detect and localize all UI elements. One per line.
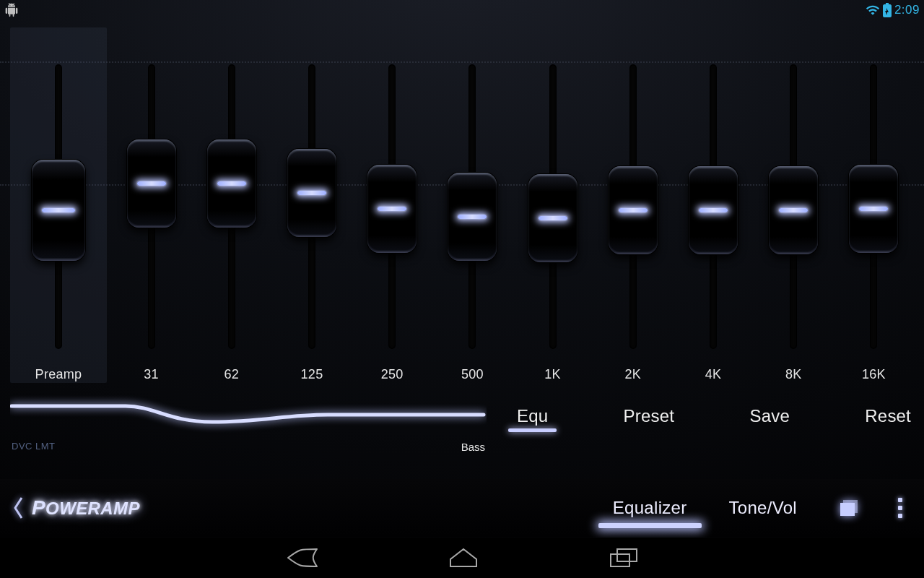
eq-band-62[interactable]: 62 <box>191 27 271 383</box>
reset-button[interactable]: Reset <box>862 406 914 426</box>
battery-charging-icon <box>883 3 892 17</box>
preset-button[interactable]: Preset <box>621 406 678 426</box>
band-label: 2K <box>625 366 642 383</box>
band-label: 62 <box>224 366 239 383</box>
android-nav-bar <box>0 538 924 578</box>
eq-band-8K[interactable]: 8K <box>754 27 834 383</box>
eq-band-16K[interactable]: 16K <box>834 27 914 383</box>
nav-back-icon[interactable] <box>285 546 318 569</box>
slider-knob[interactable] <box>769 166 818 254</box>
tab-equalizer[interactable]: Equalizer <box>596 498 705 518</box>
band-label: 8K <box>785 366 802 383</box>
eq-band-125[interactable]: 125 <box>271 27 352 383</box>
slider-knob[interactable] <box>32 160 85 261</box>
slider-knob[interactable] <box>528 174 578 262</box>
eq-band-4K[interactable]: 4K <box>673 27 753 383</box>
app-bar: POWERAMP Equalizer Tone/Vol <box>0 479 924 537</box>
slider-knob[interactable] <box>287 149 336 237</box>
svg-rect-1 <box>617 549 637 561</box>
slider-knob[interactable] <box>689 166 738 254</box>
band-label: 16K <box>862 366 886 383</box>
tab-tone-vol[interactable]: Tone/Vol <box>712 498 814 518</box>
slider-knob[interactable] <box>367 165 417 253</box>
eq-band-1K[interactable]: 1K <box>513 27 593 383</box>
nav-recent-icon[interactable] <box>609 547 639 569</box>
slider-knob[interactable] <box>849 165 898 253</box>
eq-band-31[interactable]: 31 <box>111 27 191 383</box>
dvc-label: DVC LMT <box>12 441 56 453</box>
android-icon <box>4 3 19 17</box>
band-label: 1K <box>544 366 561 383</box>
eq-band-2K[interactable]: 2K <box>593 27 673 383</box>
slider-knob[interactable] <box>207 139 256 228</box>
eq-curve: DVC LMT Bass <box>10 394 494 453</box>
band-label: 4K <box>705 366 722 383</box>
eq-band-500[interactable]: 500 <box>432 27 513 383</box>
nav-home-icon[interactable] <box>448 546 479 569</box>
slider-knob[interactable] <box>127 139 176 228</box>
app-logo[interactable]: POWERAMP <box>32 496 140 519</box>
back-icon[interactable] <box>13 496 25 519</box>
more-menu-icon[interactable] <box>889 498 911 518</box>
preamp-slider[interactable]: Preamp <box>10 27 107 383</box>
slider-knob[interactable] <box>448 173 497 261</box>
svg-rect-0 <box>611 554 629 566</box>
status-time: 2:09 <box>894 3 920 17</box>
library-icon[interactable] <box>834 493 863 522</box>
status-bar: 2:09 <box>0 0 924 20</box>
equalizer-sliders: Preamp31621252505001K2K4K8K16K <box>10 27 914 383</box>
slider-knob[interactable] <box>609 166 658 254</box>
equ-toggle[interactable]: Equ <box>514 406 551 426</box>
eq-band-250[interactable]: 250 <box>352 27 432 383</box>
band-label: 31 <box>144 366 159 383</box>
band-label: Preamp <box>35 366 82 383</box>
band-label: 250 <box>381 366 404 383</box>
wifi-icon <box>866 3 880 17</box>
save-button[interactable]: Save <box>746 406 793 426</box>
band-label: 125 <box>301 366 323 383</box>
bass-label: Bass <box>461 441 485 453</box>
band-label: 500 <box>461 366 484 383</box>
